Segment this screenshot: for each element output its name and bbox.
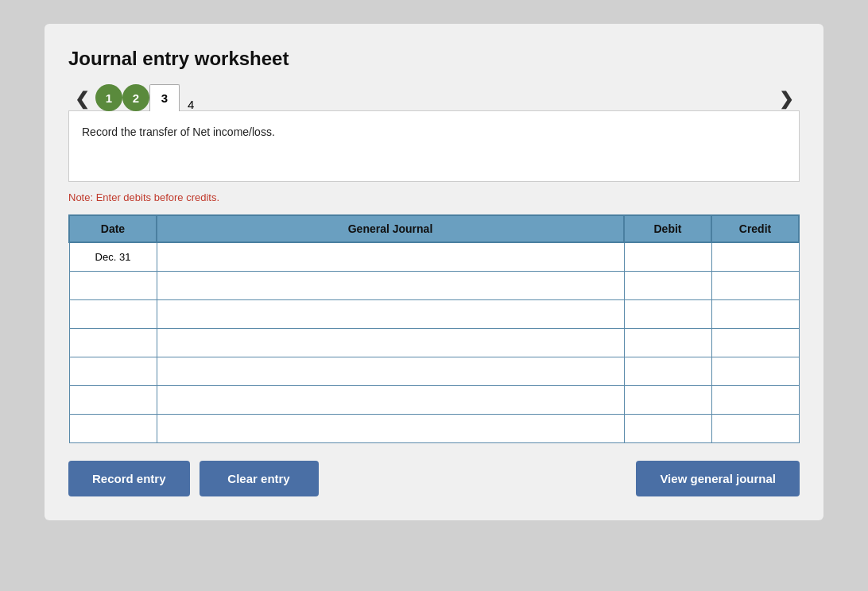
next-arrow-button[interactable]: ❯ [773,87,800,111]
debit-cell[interactable] [624,271,711,299]
note-text: Note: Enter debits before credits. [68,191,800,203]
record-entry-button[interactable]: Record entry [68,461,190,496]
journal-input[interactable] [162,357,619,385]
journal-cell[interactable] [157,357,624,385]
journal-input[interactable] [162,329,619,357]
clear-entry-button[interactable]: Clear entry [200,461,319,496]
journal-input[interactable] [162,300,619,328]
debit-input[interactable] [630,272,707,299]
debit-cell[interactable] [624,328,711,357]
journal-cell[interactable] [157,271,624,299]
journal-table: Date General Journal Debit Credit Dec. 3… [68,214,800,443]
journal-cell[interactable] [157,242,624,271]
debit-input[interactable] [630,357,707,385]
table-row [69,385,799,414]
journal-cell[interactable] [157,328,624,357]
button-row: Record entry Clear entry View general jo… [68,461,800,496]
date-cell [69,328,157,357]
debit-input[interactable] [630,329,707,357]
view-general-journal-button[interactable]: View general journal [636,461,800,496]
debit-cell[interactable] [624,414,711,442]
prev-arrow-button[interactable]: ❮ [68,87,95,111]
col-header-debit: Debit [624,215,711,242]
journal-cell[interactable] [157,414,624,442]
debit-cell[interactable] [624,242,711,271]
debit-cell[interactable] [624,299,711,328]
date-cell [69,271,157,299]
debit-cell[interactable] [624,385,711,414]
credit-cell[interactable] [711,299,799,328]
table-row [69,271,799,299]
debit-input[interactable] [630,386,707,414]
tab-1[interactable]: 1 [95,84,122,111]
journal-entry-card: Journal entry worksheet ❮ 1 2 3 4 ❯ Reco… [45,24,823,520]
journal-input[interactable] [162,386,619,414]
tabs-row: ❮ 1 2 3 4 ❯ [68,84,800,111]
tab-4[interactable]: 4 [180,98,202,111]
table-row: Dec. 31 [69,242,799,271]
date-cell [69,385,157,414]
debit-cell[interactable] [624,357,711,385]
debit-input[interactable] [630,300,707,328]
page-title: Journal entry worksheet [68,48,800,70]
date-cell [69,414,157,442]
description-text: Record the transfer of Net income/loss. [82,126,275,138]
date-cell: Dec. 31 [69,242,157,271]
journal-input[interactable] [162,243,619,271]
description-box: Record the transfer of Net income/loss. [68,110,800,182]
table-row [69,299,799,328]
credit-input[interactable] [717,415,794,442]
credit-cell[interactable] [711,414,799,442]
table-row [69,414,799,442]
credit-input[interactable] [717,329,794,357]
col-header-journal: General Journal [157,215,624,242]
journal-input[interactable] [162,272,619,299]
credit-input[interactable] [717,386,794,414]
credit-input[interactable] [717,272,794,299]
journal-input[interactable] [162,415,619,442]
tab-3[interactable]: 3 [149,84,180,111]
tab-2[interactable]: 2 [122,84,149,111]
debit-input[interactable] [630,415,707,442]
journal-cell[interactable] [157,385,624,414]
date-cell [69,357,157,385]
col-header-credit: Credit [711,215,799,242]
debit-input[interactable] [630,243,707,271]
table-row [69,328,799,357]
credit-cell[interactable] [711,357,799,385]
credit-input[interactable] [717,243,794,271]
date-cell [69,299,157,328]
credit-input[interactable] [717,357,794,385]
credit-input[interactable] [717,300,794,328]
credit-cell[interactable] [711,328,799,357]
credit-cell[interactable] [711,385,799,414]
credit-cell[interactable] [711,271,799,299]
table-row [69,357,799,385]
col-header-date: Date [69,215,157,242]
journal-cell[interactable] [157,299,624,328]
credit-cell[interactable] [711,242,799,271]
